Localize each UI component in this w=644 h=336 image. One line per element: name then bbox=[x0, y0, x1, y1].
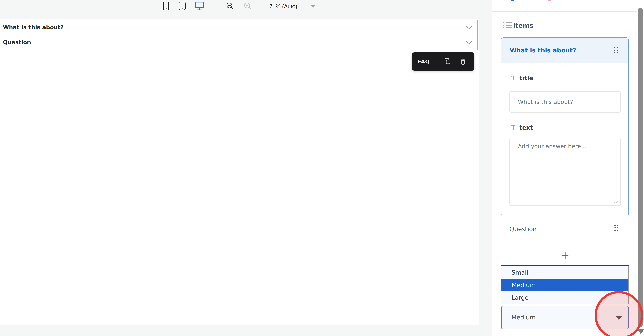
builder-app: 71% (Auto) What is this about? Question … bbox=[0, 0, 644, 336]
resize-grip-icon[interactable] bbox=[613, 198, 619, 203]
title-input[interactable] bbox=[510, 91, 621, 112]
toolbar-separator bbox=[215, 0, 216, 11]
tablet-device-icon[interactable] bbox=[178, 1, 186, 10]
size-select-value: Medium bbox=[511, 306, 536, 329]
accordion-row[interactable]: What is this about? bbox=[1, 20, 477, 34]
copy-icon[interactable] bbox=[444, 58, 451, 65]
component-name-label[interactable]: FAQ bbox=[418, 52, 430, 71]
trash-icon[interactable] bbox=[459, 58, 467, 65]
text-field-icon: T bbox=[511, 124, 515, 131]
size-select[interactable]: Medium bbox=[501, 306, 629, 329]
item-card-header[interactable]: What is this about? bbox=[502, 38, 628, 63]
top-toolbar: 71% (Auto) bbox=[0, 0, 479, 19]
accordion-question: What is this about? bbox=[3, 20, 64, 34]
toolbar-separator bbox=[437, 56, 437, 67]
chevron-down-icon bbox=[466, 40, 472, 44]
mobile-device-icon[interactable] bbox=[163, 1, 169, 10]
accordion-row[interactable]: Question bbox=[1, 35, 477, 49]
dropdown-option-large[interactable]: Large bbox=[502, 291, 628, 304]
panel-divider bbox=[501, 242, 630, 242]
toolbar-separator bbox=[264, 0, 264, 11]
panel-scrollbar[interactable] bbox=[638, 7, 643, 328]
dropdown-option-small[interactable]: Small bbox=[502, 266, 628, 279]
properties-panel: g items What is this about? T title bbox=[492, 0, 644, 336]
accordion-question: Question bbox=[3, 35, 31, 49]
items-section-label: items bbox=[513, 22, 533, 29]
selection-toolbar: FAQ bbox=[412, 52, 474, 71]
select-arrow-icon bbox=[615, 316, 622, 320]
zoom-out-icon[interactable] bbox=[226, 2, 234, 10]
clipped-tab-text: g bbox=[510, 0, 518, 2]
chevron-down-icon bbox=[466, 25, 472, 29]
title-field-label: T title bbox=[511, 74, 533, 82]
text-field-label: T text bbox=[511, 124, 533, 132]
text-textarea[interactable] bbox=[510, 138, 621, 206]
list-icon bbox=[503, 22, 512, 28]
panel-divider bbox=[492, 11, 636, 12]
desktop-device-icon[interactable] bbox=[194, 1, 204, 11]
item-card-collapsed[interactable]: Question bbox=[510, 225, 536, 233]
drag-handle-icon[interactable] bbox=[614, 225, 618, 231]
drag-handle-icon[interactable] bbox=[614, 47, 618, 53]
item-card-title: What is this about? bbox=[510, 38, 576, 63]
canvas[interactable]: What is this about? Question FAQ bbox=[0, 19, 479, 325]
faq-accordion-selection[interactable]: What is this about? Question bbox=[1, 20, 478, 50]
text-field-icon: T bbox=[511, 74, 515, 82]
zoom-in-icon[interactable] bbox=[244, 2, 252, 10]
zoom-level-label[interactable]: 71% (Auto) bbox=[270, 3, 297, 10]
scroll-down-icon[interactable] bbox=[637, 330, 644, 334]
dropdown-caret-icon[interactable] bbox=[310, 5, 316, 8]
clipped-badge-fragment bbox=[548, 0, 551, 1]
item-card-expanded: What is this about? T title T text bbox=[501, 37, 629, 216]
add-item-button[interactable]: + bbox=[560, 249, 570, 262]
dropdown-option-medium[interactable]: Medium bbox=[502, 279, 628, 291]
size-dropdown-popup: Small Medium Large bbox=[501, 266, 629, 304]
